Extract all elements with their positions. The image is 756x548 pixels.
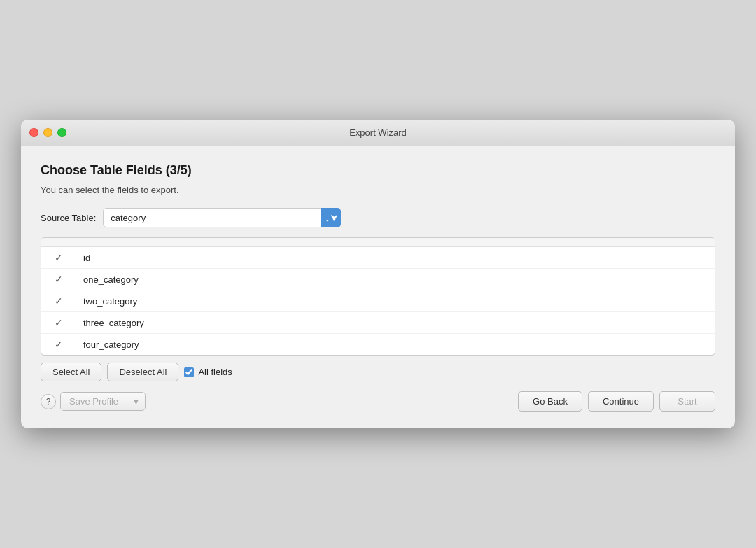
source-table-row: Source Table: category ⮟ — [41, 208, 715, 227]
all-fields-wrapper: All fields — [184, 367, 232, 377]
checkbox-column-header — [41, 238, 76, 247]
save-profile-dropdown-button[interactable]: ▼ — [127, 393, 145, 410]
field-checkbox-cell[interactable]: ✓ — [41, 334, 76, 356]
name-column-header — [76, 238, 715, 247]
fields-table-header — [41, 238, 715, 247]
table-row: ✓two_category — [41, 290, 715, 312]
save-profile-btn-group: Save Profile ▼ — [60, 392, 146, 411]
start-button[interactable]: Start — [659, 391, 715, 412]
field-checkbox-cell[interactable]: ✓ — [41, 269, 76, 290]
close-button[interactable] — [29, 128, 38, 137]
check-mark-icon: ✓ — [55, 274, 63, 285]
traffic-lights — [29, 128, 66, 137]
field-checkbox-cell[interactable]: ✓ — [41, 312, 76, 334]
window-title: Export Wizard — [349, 127, 407, 138]
export-wizard-window: Export Wizard Choose Table Fields (3/5) … — [21, 120, 735, 428]
check-mark-icon: ✓ — [55, 317, 63, 328]
field-name-cell: id — [76, 247, 715, 269]
check-mark-icon: ✓ — [55, 295, 63, 307]
save-profile-button[interactable]: Save Profile — [61, 393, 127, 410]
select-all-button[interactable]: Select All — [41, 363, 102, 381]
footer: ? Save Profile ▼ Go Back Continue Start — [41, 391, 715, 414]
table-row: ✓id — [41, 247, 715, 269]
minimize-button[interactable] — [43, 128, 52, 137]
field-name-cell: one_category — [76, 269, 715, 290]
footer-right: Go Back Continue Start — [518, 391, 715, 412]
source-table-select-wrapper: category ⮟ — [103, 208, 341, 227]
fields-table: ✓id✓one_category✓two_category✓three_cate… — [41, 238, 715, 355]
maximize-button[interactable] — [57, 128, 66, 137]
titlebar: Export Wizard — [21, 120, 735, 146]
field-checkbox-cell[interactable]: ✓ — [41, 290, 76, 312]
all-fields-label[interactable]: All fields — [198, 367, 232, 377]
footer-left: ? Save Profile ▼ — [41, 392, 146, 411]
table-row: ✓three_category — [41, 312, 715, 334]
field-name-cell: three_category — [76, 312, 715, 334]
table-row: ✓four_category — [41, 334, 715, 356]
field-checkbox-cell[interactable]: ✓ — [41, 247, 76, 269]
bottom-controls: Select All Deselect All All fields — [41, 363, 715, 381]
field-name-cell: two_category — [76, 290, 715, 312]
continue-button[interactable]: Continue — [588, 391, 654, 412]
check-mark-icon: ✓ — [55, 252, 63, 263]
source-table-label: Source Table: — [41, 213, 96, 223]
field-name-cell: four_category — [76, 334, 715, 356]
fields-table-body: ✓id✓one_category✓two_category✓three_cate… — [41, 247, 715, 356]
deselect-all-button[interactable]: Deselect All — [107, 363, 178, 381]
check-mark-icon: ✓ — [55, 339, 63, 350]
fields-table-header-row — [41, 238, 715, 247]
fields-table-container: ✓id✓one_category✓two_category✓three_cate… — [41, 237, 715, 356]
help-button[interactable]: ? — [41, 394, 56, 409]
go-back-button[interactable]: Go Back — [518, 391, 582, 412]
page-title: Choose Table Fields (3/5) — [41, 163, 715, 178]
content-area: Choose Table Fields (3/5) You can select… — [21, 146, 735, 428]
all-fields-checkbox[interactable] — [184, 367, 194, 377]
source-table-select[interactable]: category — [103, 208, 341, 227]
table-row: ✓one_category — [41, 269, 715, 290]
subtitle: You can select the fields to export. — [41, 185, 715, 195]
